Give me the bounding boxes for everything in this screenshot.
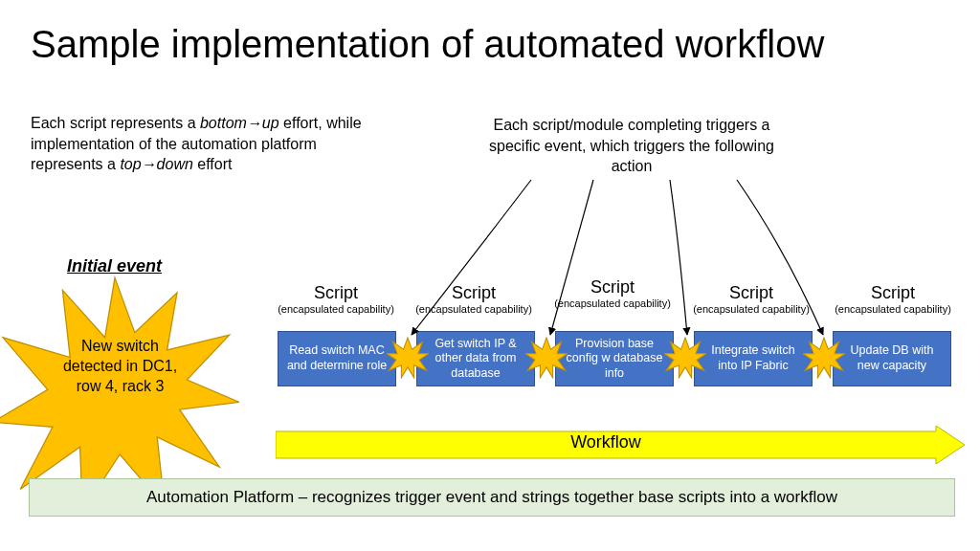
svg-marker-2: [525, 338, 568, 378]
intro-seg-3: effort: [193, 156, 233, 172]
script-box-1: Read switch MAC and determine role: [278, 331, 396, 386]
trigger-burst-2: [525, 337, 568, 379]
script-heading: Script: [412, 283, 536, 303]
trigger-burst-1: [387, 337, 429, 379]
script-sub: (encapsulated capability): [831, 303, 955, 315]
script-sub: (encapsulated capability): [689, 303, 813, 315]
script-sub: (encapsulated capability): [550, 298, 675, 309]
script-label-5: Script (encapsulated capability): [831, 283, 955, 315]
intro-up: up: [262, 115, 279, 131]
slide: Sample implementation of automated workf…: [0, 0, 980, 551]
intro-paragraph: Each script represents a bottom→up effor…: [31, 113, 375, 175]
script-box-4: Integrate switch into IP Fabric: [694, 331, 813, 386]
script-box-2: Get switch IP & other data from database: [416, 331, 535, 386]
intro-down: down: [157, 156, 193, 172]
intro-seg-1: Each script represents a: [31, 115, 200, 131]
script-label-2: Script (encapsulated capability): [412, 283, 536, 315]
svg-marker-3: [664, 338, 706, 378]
script-heading: Script: [274, 283, 398, 303]
workflow-label: Workflow: [276, 432, 936, 452]
script-heading: Script: [689, 283, 813, 303]
script-label-4: Script (encapsulated capability): [689, 283, 813, 315]
script-sub: (encapsulated capability): [412, 303, 536, 315]
trigger-burst-4: [803, 337, 845, 379]
svg-marker-4: [803, 338, 845, 378]
intro-bottom: bottom: [200, 115, 247, 131]
script-box-3: Provision base config w database info: [555, 331, 674, 386]
script-box-5: Update DB with new capacity: [833, 331, 951, 386]
trigger-burst-3: [664, 337, 706, 379]
intro-arrow-1: →: [247, 115, 262, 131]
page-title: Sample implementation of automated workf…: [31, 23, 824, 66]
script-sub: (encapsulated capability): [274, 303, 398, 315]
script-label-3: Script (encapsulated capability): [550, 277, 675, 309]
automation-platform-bar: Automation Platform – recognizes trigger…: [29, 478, 955, 517]
starburst-text: New switch detected in DC1, row 4, rack …: [56, 337, 185, 396]
intro-top: top: [120, 156, 141, 172]
intro-arrow-2: →: [142, 156, 157, 172]
script-heading: Script: [831, 283, 955, 303]
svg-marker-1: [387, 338, 429, 378]
script-heading: Script: [550, 277, 675, 298]
script-label-1: Script (encapsulated capability): [274, 283, 398, 315]
callout-text: Each script/module completing triggers a…: [488, 115, 775, 177]
